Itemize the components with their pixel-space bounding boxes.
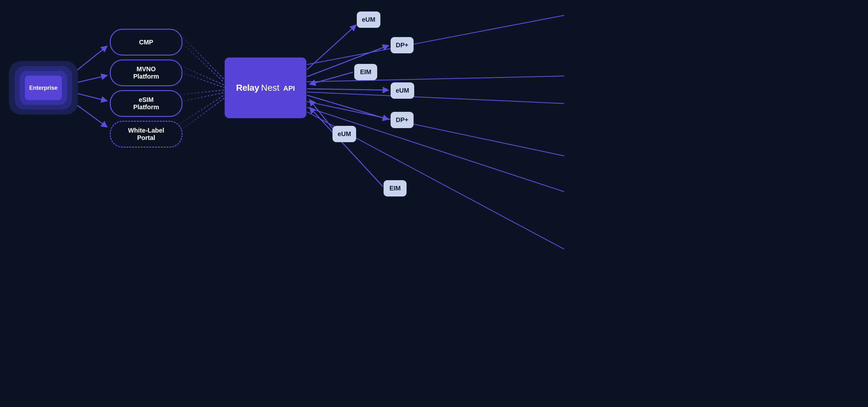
output-node-dp-2: DP+ xyxy=(391,112,413,128)
output-node-dp-1: DP+ xyxy=(391,37,413,53)
pill-cmp-label: CMP xyxy=(139,39,153,46)
svg-line-10 xyxy=(181,95,224,123)
svg-line-14 xyxy=(307,89,389,90)
output-label: eUM xyxy=(396,87,409,94)
svg-line-9 xyxy=(181,93,224,101)
pill-esim: eSIM Platform xyxy=(110,90,183,117)
pill-mvno-label: MVNO Platform xyxy=(133,65,159,80)
output-label: DP+ xyxy=(396,41,408,49)
output-node-eim-2: EIM xyxy=(383,180,407,197)
api-suffix: API xyxy=(283,84,295,93)
svg-line-5 xyxy=(181,41,224,82)
api-brand-light: Nest xyxy=(261,83,280,93)
output-label: eUM xyxy=(362,16,375,23)
output-label: EIM xyxy=(360,68,371,76)
pill-esim-label: eSIM Platform xyxy=(133,96,159,111)
api-brand-bold: Relay xyxy=(236,83,259,93)
api-center-node: RelayNest API xyxy=(225,58,306,118)
svg-line-17 xyxy=(307,76,564,82)
output-label: DP+ xyxy=(396,116,408,124)
svg-line-12 xyxy=(307,25,356,70)
pill-cmp: CMP xyxy=(110,29,183,56)
pill-mvno: MVNO Platform xyxy=(110,59,183,86)
svg-line-18 xyxy=(307,92,564,104)
output-node-eum-2: eUM xyxy=(391,82,414,99)
output-node-eum-1: eUM xyxy=(357,11,380,28)
enterprise-label: Enterprise xyxy=(29,85,57,91)
svg-line-8 xyxy=(181,90,224,94)
svg-line-15 xyxy=(307,95,389,119)
output-label: EIM xyxy=(389,185,401,192)
svg-line-20 xyxy=(307,107,564,192)
svg-line-11 xyxy=(181,98,224,130)
output-label: eUM xyxy=(338,130,351,138)
svg-line-7 xyxy=(181,72,224,88)
pill-white-label-label: White-Label Portal xyxy=(128,127,164,142)
svg-line-4 xyxy=(181,35,224,79)
output-node-eum-3: eUM xyxy=(333,126,356,142)
output-node-eim-1: EIM xyxy=(354,64,377,80)
svg-line-22 xyxy=(310,72,353,84)
svg-line-6 xyxy=(181,66,224,85)
architecture-diagram: Enterprise CMP MVNO Platform eSIM Platfo… xyxy=(0,0,564,264)
svg-line-23 xyxy=(310,100,335,132)
pill-white-label: White-Label Portal xyxy=(110,121,183,148)
svg-line-24 xyxy=(310,107,383,186)
enterprise-node: Enterprise xyxy=(25,76,62,100)
connectors-layer xyxy=(0,0,564,264)
svg-line-16 xyxy=(307,15,564,64)
